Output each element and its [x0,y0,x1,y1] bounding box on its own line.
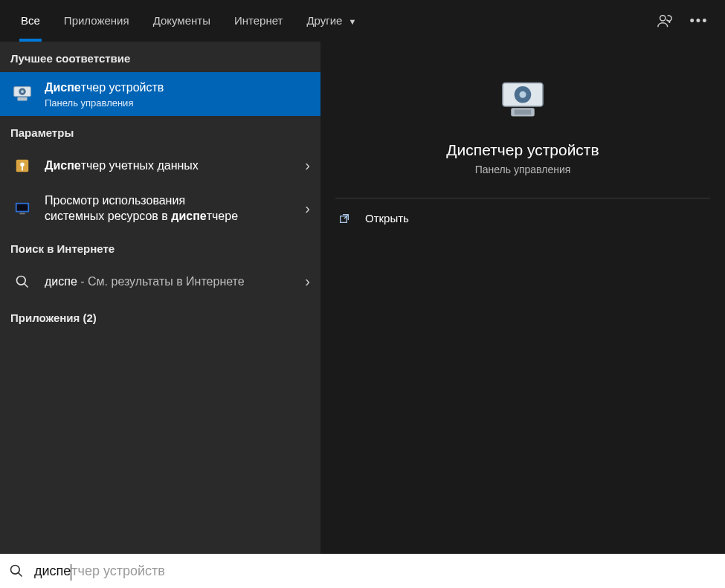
preview-device-manager-icon [496,73,550,126]
more-options-icon[interactable]: ••• [682,0,716,42]
settings-result-credentials[interactable]: Диспетчер учетных данных › [0,146,320,185]
preview-title: Диспетчер устройств [446,141,599,159]
svg-line-12 [25,283,28,287]
preview-subtitle: Панель управления [475,164,571,175]
tab-more[interactable]: Другие ▼ [294,0,368,42]
feedback-icon[interactable] [648,0,682,42]
search-icon [9,563,24,578]
tab-more-label: Другие [306,14,342,27]
web-search-result[interactable]: диспе - См. результаты в Интернете › [0,262,320,301]
device-manager-icon [10,82,34,106]
chevron-right-icon: › [305,157,310,174]
settings-result-credentials-title: Диспетчер учетных данных [45,158,299,174]
open-action[interactable]: Открыть [320,198,725,238]
section-apps: Приложения (2) [0,301,320,332]
search-suggestion-text: тчер устройств [71,563,165,579]
system-resources-icon [10,196,34,220]
search-bar[interactable]: диспетчер устройств [0,554,725,588]
svg-point-15 [520,91,526,98]
open-label: Открыть [365,212,409,224]
results-panel: Лучшее соответствие Диспетчер устройств … [0,42,320,554]
chevron-right-icon: › [305,200,310,217]
settings-result-resources[interactable]: Просмотр использования системных ресурсо… [0,185,320,232]
web-search-title: диспе - См. результаты в Интернете [45,274,299,290]
svg-line-21 [19,573,22,577]
chevron-down-icon: ▼ [349,17,357,26]
svg-rect-4 [17,97,27,101]
settings-result-resources-title: Просмотр использования системных ресурсо… [45,193,299,224]
search-typed-text: диспе [34,563,71,579]
svg-point-20 [11,566,20,575]
section-settings: Параметры [0,116,320,146]
tab-all[interactable]: Все [9,0,52,42]
svg-rect-7 [22,166,23,170]
svg-rect-9 [17,204,28,211]
credential-manager-icon [10,154,34,178]
section-best-match: Лучшее соответствие [0,42,320,72]
search-icon [10,270,34,294]
best-match-subtitle: Панель управления [45,97,310,109]
tab-documents[interactable]: Документы [141,0,222,42]
chevron-right-icon: › [305,273,310,290]
svg-point-11 [17,276,26,285]
open-icon [338,213,352,224]
svg-rect-10 [19,213,25,215]
best-match-title: Диспетчер устройств [45,80,310,96]
svg-point-0 [660,16,666,21]
tab-internet[interactable]: Интернет [222,0,294,42]
tab-apps[interactable]: Приложения [52,0,141,42]
svg-rect-17 [515,110,532,115]
search-filter-tabs: Все Приложения Документы Интернет Другие… [0,0,725,42]
preview-panel: Диспетчер устройств Панель управления От… [320,42,725,554]
svg-point-3 [21,91,24,94]
best-match-result[interactable]: Диспетчер устройств Панель управления [0,72,320,116]
section-web-search: Поиск в Интернете [0,232,320,262]
